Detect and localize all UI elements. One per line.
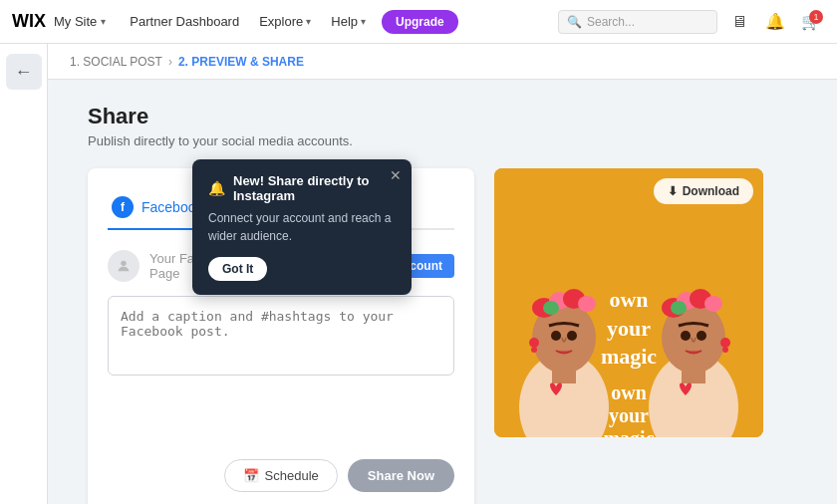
- page-subtitle: Publish directly to your social media ac…: [88, 133, 797, 148]
- account-avatar: [108, 250, 140, 282]
- tooltip-body: Connect your account and reach a wider a…: [208, 209, 396, 245]
- explore-chevron: ▾: [306, 16, 311, 27]
- got-it-button[interactable]: Got It: [208, 257, 267, 281]
- site-chevron: ▾: [101, 16, 106, 27]
- svg-point-3: [121, 261, 126, 266]
- search-icon: 🔍: [567, 15, 582, 29]
- page-title: Share: [88, 104, 797, 129]
- navbar: WIX My Site ▾ Partner Dashboard Explore …: [0, 0, 837, 44]
- svg-rect-19: [682, 366, 705, 383]
- monitor-icon: 🖥: [731, 13, 747, 31]
- tooltip-header: 🔔 New! Share directly to Instagram: [208, 173, 396, 203]
- facebook-icon: f: [112, 196, 134, 218]
- side-nav-back[interactable]: ←: [6, 54, 42, 90]
- svg-point-14: [567, 331, 577, 341]
- search-placeholder: Search...: [587, 15, 635, 29]
- nav-explore[interactable]: Explore ▾: [251, 10, 319, 33]
- share-now-button[interactable]: Share Now: [348, 459, 454, 492]
- wix-logo: WIX: [12, 11, 46, 32]
- tooltip-close-button[interactable]: ✕: [390, 167, 402, 183]
- svg-point-26: [697, 331, 706, 341]
- caption-input[interactable]: [108, 296, 454, 376]
- nav-help[interactable]: Help ▾: [323, 10, 374, 33]
- svg-point-16: [531, 347, 537, 353]
- cart-icon-btn[interactable]: 🛒 1: [797, 8, 825, 36]
- monitor-icon-btn[interactable]: 🖥: [725, 8, 753, 36]
- svg-point-23: [704, 296, 722, 312]
- action-row: 📅 Schedule Share Now: [108, 459, 454, 492]
- help-chevron: ▾: [361, 16, 366, 27]
- download-icon: ⬇: [668, 184, 678, 198]
- svg-rect-7: [552, 366, 576, 383]
- site-name: My Site: [54, 14, 97, 29]
- svg-point-13: [551, 331, 561, 341]
- back-icon: ←: [15, 62, 33, 83]
- svg-point-11: [578, 296, 596, 312]
- image-preview-panel: own your magic ownyourmagic ⬇ Download: [494, 168, 763, 437]
- schedule-label: Schedule: [265, 468, 319, 483]
- download-label: Download: [683, 184, 739, 198]
- search-box[interactable]: 🔍 Search...: [558, 10, 717, 34]
- svg-point-24: [671, 301, 687, 315]
- tooltip-title: New! Share directly to Instagram: [233, 173, 396, 203]
- help-label: Help: [331, 14, 358, 29]
- download-button[interactable]: ⬇ Download: [654, 178, 753, 204]
- nav-partner-dashboard[interactable]: Partner Dashboard: [122, 10, 247, 33]
- bell-icon-btn[interactable]: 🔔: [761, 8, 789, 36]
- svg-point-25: [681, 331, 691, 341]
- svg-point-15: [529, 338, 539, 348]
- calendar-icon: 📅: [243, 468, 259, 483]
- breadcrumb-step1: 1. SOCIAL POST: [70, 55, 162, 69]
- explore-label: Explore: [259, 14, 303, 29]
- nav-right: 🔍 Search... 🖥 🔔 🛒 1: [558, 8, 825, 36]
- svg-point-12: [543, 301, 559, 315]
- svg-text:own: own: [611, 381, 647, 403]
- svg-point-27: [720, 338, 730, 348]
- preview-illustration: own your magic: [494, 168, 763, 437]
- tooltip-popup: ✕ 🔔 New! Share directly to Instagram Con…: [192, 159, 412, 295]
- breadcrumb-step2: 2. PREVIEW & SHARE: [178, 55, 304, 69]
- tooltip-bell-icon: 🔔: [208, 180, 225, 196]
- upgrade-button[interactable]: Upgrade: [382, 10, 458, 34]
- cart-badge: 1: [809, 10, 823, 24]
- svg-text:your: your: [609, 404, 649, 427]
- site-selector[interactable]: My Site ▾: [54, 14, 106, 29]
- image-preview: own your magic ownyourmagic: [494, 168, 763, 437]
- schedule-button[interactable]: 📅 Schedule: [224, 459, 338, 492]
- svg-point-28: [722, 347, 728, 353]
- bell-icon: 🔔: [765, 12, 785, 31]
- side-nav: ←: [0, 44, 48, 504]
- nav-links: Partner Dashboard Explore ▾ Help ▾ Upgra…: [122, 10, 558, 34]
- page-content: Share Publish directly to your social me…: [48, 80, 837, 504]
- breadcrumb-arrow: ›: [168, 55, 172, 69]
- svg-text:magic: magic: [603, 427, 654, 437]
- breadcrumb-bar: 1. SOCIAL POST › 2. PREVIEW & SHARE: [0, 44, 837, 80]
